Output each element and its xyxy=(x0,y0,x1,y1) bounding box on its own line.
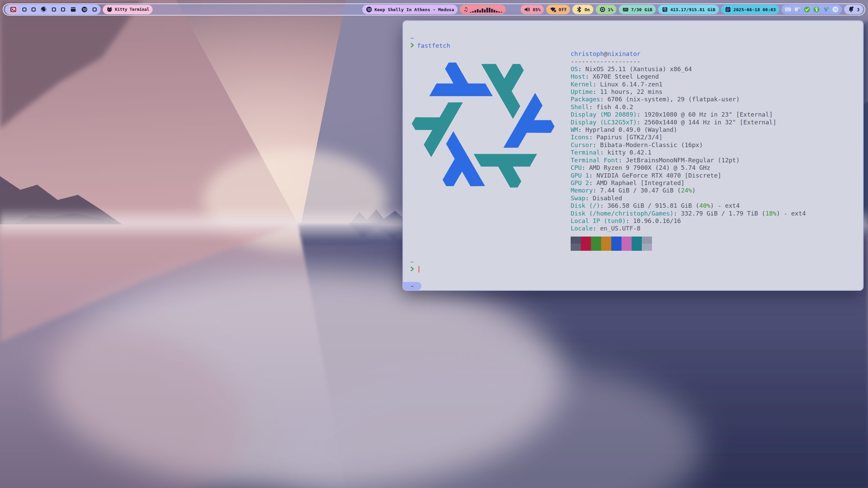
workspace-9[interactable] xyxy=(92,7,97,12)
wifi-off-icon xyxy=(550,6,556,13)
status-clock[interactable]: 2025-06-18 00:03 xyxy=(721,5,779,14)
workspaces xyxy=(5,4,101,15)
vpn-icon[interactable] xyxy=(823,6,829,13)
terminal-tab[interactable]: ~ xyxy=(403,282,421,290)
calendar-icon xyxy=(725,6,731,13)
key-icon[interactable] xyxy=(813,6,820,13)
status-clock-label: 2025-06-18 00:03 xyxy=(733,7,776,12)
workspace-2[interactable] xyxy=(22,7,27,12)
spotify-icon xyxy=(366,6,372,13)
fastfetch-line: WM: Hyprland 0.49.0 (Wayland) xyxy=(571,126,806,134)
shell-prompt-current[interactable]: ~ xyxy=(410,258,419,273)
visualizer-bars xyxy=(470,7,502,13)
fastfetch-line: Local IP (tun0): 10.96.0.16/16 xyxy=(571,217,806,225)
status-cpu-label: 1% xyxy=(608,7,613,12)
fastfetch-line: CPU: AMD Ryzen 9 7900X (24) @ 5.74 GHz xyxy=(571,164,806,171)
status-bluetooth[interactable]: On xyxy=(572,5,593,14)
status-disk[interactable]: 413.17/915.81 GiB xyxy=(658,5,719,14)
fastfetch-line: Host: X670E Steel Legend xyxy=(571,73,806,80)
terminal-palette-row-bright xyxy=(571,244,806,251)
workspace-4[interactable] xyxy=(40,6,47,13)
status-bar: Kitty Terminal Keep Shelly In Athens - M… xyxy=(3,3,865,16)
fastfetch-output: christoph@nixinator-------------------OS… xyxy=(571,50,806,251)
media-player[interactable]: Keep Shelly In Athens - Medusa xyxy=(362,5,457,14)
fastfetch-separator: ------------------- xyxy=(571,58,806,65)
fastfetch-line: Terminal: kitty 0.42.1 xyxy=(571,149,806,156)
fastfetch-line: GPU 1: NVIDIA GeForce RTX 4070 [Discrete… xyxy=(571,172,806,179)
fastfetch-line: Kernel: Linux 6.14.7-zen1 xyxy=(571,81,806,88)
status-volume[interactable]: 85% xyxy=(520,5,544,14)
text-cursor xyxy=(418,266,419,272)
fastfetch-line: Icons: Papirus [GTK2/3/4] xyxy=(571,134,806,141)
fastfetch-line: Packages: 6706 (nix-system), 29 (flatpak… xyxy=(571,96,806,103)
notifications[interactable]: 3 xyxy=(844,5,863,14)
fastfetch-user-host: christoph@nixinator xyxy=(571,50,806,58)
window-title-label: Kitty Terminal xyxy=(115,7,149,12)
workspace-5[interactable] xyxy=(52,7,56,12)
cat-icon xyxy=(106,6,113,13)
bluetooth-icon xyxy=(576,6,583,13)
workspace-8[interactable] xyxy=(81,6,88,13)
status-memory[interactable]: 7/30 GiB xyxy=(619,5,656,14)
keyboard-icon[interactable] xyxy=(785,6,791,13)
terminal-tab-label: ~ xyxy=(411,284,414,289)
workspace-active-1[interactable] xyxy=(9,5,18,14)
prompt-dir: ~ xyxy=(410,258,414,265)
status-cpu[interactable]: 1% xyxy=(596,5,617,14)
fastfetch-line: Swap: Disabled xyxy=(571,195,806,202)
status-wifi[interactable]: Off xyxy=(546,5,570,14)
hdd-icon xyxy=(662,6,668,13)
kitty-terminal-window[interactable]: ~ fastfetch christoph@nixinator---------… xyxy=(402,20,864,291)
status-disk-label: 413.17/915.81 GiB xyxy=(670,7,715,12)
fastfetch-line: Disk (/home/christoph/Games): 332.79 GiB… xyxy=(571,210,806,217)
screen-lock-icon[interactable] xyxy=(794,6,801,13)
fastfetch-line: Display (LC32G5xT): 868x488 @ 144 Hz i… xyxy=(571,119,806,126)
speaker-icon xyxy=(524,6,531,13)
prompt-chevron-icon xyxy=(410,42,414,49)
check-circle-icon[interactable] xyxy=(804,6,810,13)
fastfetch-line: Terminal Font: JetBrainsMonoNFM-Regular … xyxy=(571,157,806,164)
fastfetch-line: Shell: fish 4.0.2 xyxy=(571,103,806,111)
ram-icon xyxy=(622,6,629,13)
status-memory-label: 7/30 GiB xyxy=(631,7,652,12)
workspace-7[interactable] xyxy=(70,6,77,13)
fastfetch-line: Memory: 7.44 GiB / 30.47 GiB (24%) xyxy=(571,187,806,194)
fastfetch-line: Locale: en_US.UTF-8 xyxy=(571,225,806,232)
bell-icon xyxy=(848,6,854,13)
workspace-3[interactable] xyxy=(31,7,36,12)
chip-icon xyxy=(599,6,606,13)
spotify-light-icon[interactable] xyxy=(832,6,839,13)
fastfetch-line: Display (MD 20889): 1920x1080 @ 60 Hz in… xyxy=(571,111,806,118)
nixos-logo xyxy=(409,53,557,198)
notification-count: 3 xyxy=(857,7,860,12)
fastfetch-line: GPU 2: AMD Raphael [Integrated] xyxy=(571,179,806,187)
fastfetch-line: OS: NixOS 25.11 (Xantusia) x86_64 xyxy=(571,65,806,73)
fastfetch-line: Uptime: 11 hours, 22 mins xyxy=(571,88,806,96)
command-text: fastfetch xyxy=(417,42,450,49)
fastfetch-line: Cursor: Bibata-Modern-Classic (16px) xyxy=(571,141,806,149)
music-note-icon: ♫ xyxy=(463,7,468,12)
system-tray xyxy=(782,5,842,14)
audio-visualizer[interactable]: ♫ xyxy=(460,5,506,14)
status-volume-label: 85% xyxy=(533,7,540,12)
fastfetch-line: Disk (/): 366.58 GiB / 915.81 GiB (40%) … xyxy=(571,202,806,209)
window-title[interactable]: Kitty Terminal xyxy=(103,5,153,14)
workspace-6[interactable] xyxy=(61,7,65,12)
prompt-dir: ~ xyxy=(410,35,414,42)
terminal-palette-row-normal xyxy=(571,237,806,244)
prompt-chevron-icon xyxy=(410,266,414,273)
media-player-label: Keep Shelly In Athens - Medusa xyxy=(374,7,454,12)
status-wifi-label: Off xyxy=(558,7,566,12)
status-bluetooth-label: On xyxy=(585,7,590,12)
shell-prompt-previous: ~ fastfetch xyxy=(410,35,450,50)
